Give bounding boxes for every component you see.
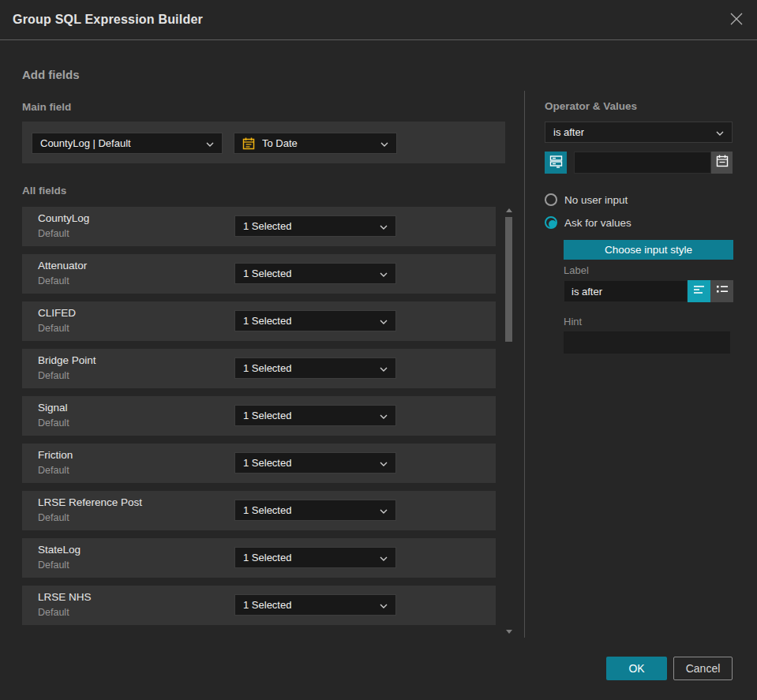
bullet-list-icon [716,284,729,298]
value-input[interactable] [574,152,711,174]
chevron-down-icon [716,126,724,138]
group-sql-expression-builder-dialog: Group SQL Expression Builder Add fields … [0,0,757,700]
list-input-style-button[interactable] [710,280,733,302]
field-row-selected-value: 1 Selected [243,315,291,327]
field-row-selected-dropdown[interactable]: 1 Selected [234,310,396,331]
label-input[interactable] [564,280,688,302]
dialog-header: Group SQL Expression Builder [0,0,757,40]
field-row-subtitle: Default [38,607,69,618]
field-row-name: Signal [38,402,68,414]
field-row-name: Bridge Point [38,354,96,366]
field-row-selected-value: 1 Selected [243,268,291,279]
field-row-name: Attenuator [38,260,87,271]
align-left-icon [693,284,706,298]
field-row-selected-value: 1 Selected [243,220,291,232]
field-row: CLIFED Default 1 Selected [22,301,496,341]
field-row-selected-dropdown[interactable]: 1 Selected [234,594,396,616]
field-row-subtitle: Default [38,417,69,429]
scrollbar-up-icon[interactable] [506,208,512,212]
scrollbar-thumb[interactable] [505,217,512,342]
unique-values-icon [549,155,563,171]
field-row: CountyLog Default 1 Selected [22,207,496,246]
field-row-selected-dropdown[interactable]: 1 Selected [234,547,396,568]
chevron-down-icon [380,599,388,611]
chevron-down-icon [380,457,388,469]
main-field-select[interactable]: CountyLog | Default [32,133,223,154]
radio-no-user-input[interactable]: No user input [545,193,628,206]
chevron-down-icon [380,552,388,563]
operator-select[interactable]: is after [545,122,733,143]
field-row-selected-value: 1 Selected [243,552,291,563]
field-type-select[interactable]: To Date [234,133,397,154]
chevron-down-icon [206,137,214,149]
radio-unchecked-icon [545,193,557,206]
ok-button[interactable]: OK [606,657,667,680]
field-row: Friction Default 1 Selected [22,444,496,483]
radio-no-user-input-label: No user input [564,194,628,206]
scrollbar-down-icon[interactable] [506,630,512,634]
field-row-selected-dropdown[interactable]: 1 Selected [234,215,396,237]
field-row-selected-dropdown[interactable]: 1 Selected [234,263,396,284]
field-row-selected-value: 1 Selected [243,457,291,469]
date-picker-button[interactable] [711,152,733,174]
field-row-selected-dropdown[interactable]: 1 Selected [234,500,396,521]
field-row-subtitle: Default [38,512,69,523]
radio-ask-for-values-label: Ask for values [564,217,631,229]
field-row: Signal Default 1 Selected [22,396,496,436]
chevron-down-icon [380,137,388,149]
field-row-name: Friction [38,449,73,461]
field-row: Attenuator Default 1 Selected [22,254,496,294]
unique-values-button[interactable] [545,152,567,174]
operator-values-heading: Operator & Values [545,100,637,112]
field-row-selected-value: 1 Selected [243,362,291,374]
main-field-select-value: CountyLog | Default [40,137,131,149]
field-type-select-value: To Date [262,137,298,149]
field-row: LRSE NHS Default 1 Selected [22,586,496,625]
calendar-icon [242,137,255,150]
field-row-name: LRSE NHS [38,591,92,603]
field-row-selected-value: 1 Selected [243,504,291,516]
single-input-style-button[interactable] [688,280,710,302]
field-row-subtitle: Default [38,560,69,571]
field-row-subtitle: Default [38,370,69,381]
label-caption: Label [564,264,589,276]
cancel-button[interactable]: Cancel [673,657,733,680]
main-field-label: Main field [22,101,71,113]
field-row-subtitle: Default [38,323,69,334]
radio-checked-icon [545,216,557,229]
choose-input-style-button[interactable]: Choose input style [564,240,733,260]
field-row: StateLog Default 1 Selected [22,538,496,578]
close-icon [729,12,744,29]
panel-divider [524,91,525,638]
close-button[interactable] [727,11,746,30]
chevron-down-icon [380,315,388,327]
field-row-name: CLIFED [38,307,76,319]
field-row-name: StateLog [38,544,81,556]
radio-ask-for-values[interactable]: Ask for values [545,216,631,229]
main-field-panel: CountyLog | Default To Date [22,122,505,163]
chevron-down-icon [380,220,388,232]
all-fields-list: CountyLog Default 1 Selected Attenuator … [22,207,496,633]
hint-input[interactable] [564,331,730,354]
field-row-subtitle: Default [38,275,69,286]
calendar-icon [716,155,729,170]
field-row: Bridge Point Default 1 Selected [22,349,496,388]
field-row-selected-value: 1 Selected [243,410,291,421]
field-row-subtitle: Default [38,465,69,476]
field-row-selected-dropdown[interactable]: 1 Selected [234,357,396,379]
field-row-selected-dropdown[interactable]: 1 Selected [234,452,396,474]
chevron-down-icon [380,362,388,374]
field-row-selected-value: 1 Selected [243,599,291,611]
chevron-down-icon [380,504,388,516]
field-row-name: CountyLog [38,212,89,224]
field-row-subtitle: Default [38,228,69,239]
add-fields-heading: Add fields [22,68,80,81]
operator-select-value: is after [553,126,584,138]
field-row: LRSE Reference Post Default 1 Selected [22,491,496,530]
list-scrollbar[interactable] [504,202,515,635]
dialog-title: Group SQL Expression Builder [13,13,203,27]
hint-caption: Hint [564,316,582,328]
chevron-down-icon [380,410,388,421]
field-row-selected-dropdown[interactable]: 1 Selected [234,405,396,426]
field-row-name: LRSE Reference Post [38,496,142,508]
